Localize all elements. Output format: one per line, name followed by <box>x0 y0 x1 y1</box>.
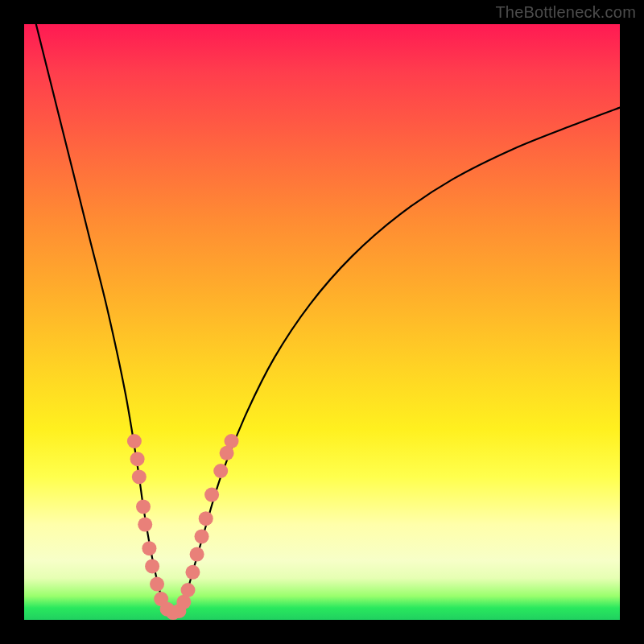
data-point <box>181 583 196 597</box>
data-point <box>136 499 151 514</box>
chart-svg <box>24 24 620 620</box>
data-point <box>132 469 147 484</box>
data-point <box>195 529 209 543</box>
data-point <box>127 434 142 448</box>
data-point <box>142 541 156 555</box>
bottleneck-curve <box>36 24 620 614</box>
data-point <box>150 577 164 592</box>
watermark-text: TheBottleneck.com <box>495 3 636 22</box>
data-point <box>185 565 200 580</box>
data-point <box>190 547 204 562</box>
data-point <box>225 434 239 448</box>
data-point <box>199 511 213 526</box>
data-point <box>138 518 152 532</box>
data-point <box>145 559 159 573</box>
data-point <box>213 464 228 478</box>
highlighted-points <box>127 434 239 620</box>
data-point <box>130 452 145 466</box>
data-point <box>204 488 219 502</box>
curve-group <box>36 24 620 614</box>
chart-frame: TheBottleneck.com <box>0 0 644 644</box>
